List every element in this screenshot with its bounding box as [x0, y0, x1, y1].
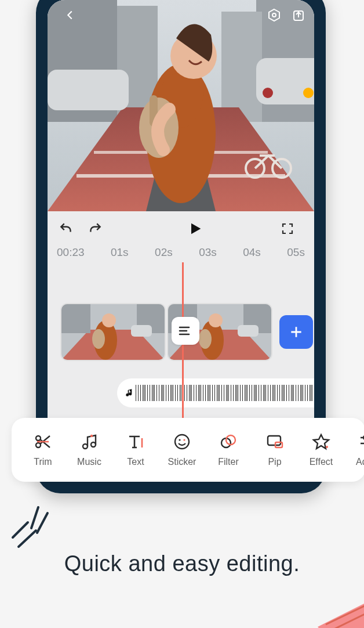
music-icon	[80, 432, 99, 451]
svg-point-38	[183, 439, 185, 441]
svg-point-35	[90, 435, 93, 437]
current-time: 00:23	[57, 246, 85, 259]
tool-label: Sticker	[168, 457, 196, 467]
star-icon	[312, 432, 330, 451]
svg-marker-20	[269, 9, 279, 21]
video-preview[interactable]	[48, 0, 314, 211]
svg-point-37	[179, 439, 180, 441]
sticker-icon	[173, 432, 191, 451]
tool-pip[interactable]: Pip	[252, 432, 298, 467]
undo-icon[interactable]	[57, 219, 75, 238]
ruler-mark: 01s	[111, 246, 129, 259]
tool-trim[interactable]: Trim	[20, 432, 66, 467]
ruler-mark: 05s	[287, 246, 305, 259]
tool-sticker[interactable]: Sticker	[159, 432, 205, 467]
svg-rect-11	[48, 70, 129, 110]
playhead[interactable]	[182, 262, 184, 445]
ruler-mark: 03s	[199, 246, 217, 259]
tagline: Quick and easy editing.	[0, 551, 364, 576]
tool-text[interactable]: Text	[112, 432, 159, 467]
music-note-icon	[124, 387, 136, 399]
tool-music[interactable]: Music	[66, 432, 112, 467]
tool-label: Text	[127, 457, 144, 467]
svg-rect-4	[221, 12, 262, 122]
preview-illustration	[48, 0, 314, 211]
svg-rect-41	[268, 436, 281, 445]
svg-line-49	[19, 530, 36, 547]
svg-line-48	[13, 522, 28, 537]
back-icon[interactable]	[61, 6, 79, 24]
app-screen: 00:23 01s 02s 03s 04s 05s	[48, 0, 314, 482]
scissors-icon	[34, 432, 52, 451]
transition-button[interactable]	[172, 317, 199, 345]
decorative-shape	[318, 569, 364, 628]
svg-line-47	[37, 513, 48, 533]
tool-label: Effect	[310, 457, 333, 467]
filter-icon	[219, 432, 238, 451]
edit-toolbar: Trim Music Text Sticker Filter Pip Eff	[12, 418, 364, 482]
settings-hex-icon[interactable]	[265, 6, 283, 24]
tool-adjust[interactable]: Adjus	[344, 432, 364, 467]
decorative-lines	[5, 505, 57, 557]
svg-point-14	[303, 88, 314, 98]
export-icon[interactable]	[290, 6, 307, 24]
clip-thumbnail[interactable]	[61, 304, 165, 360]
ruler-mark: 04s	[243, 246, 261, 259]
audio-track[interactable]	[117, 378, 314, 407]
svg-point-43	[326, 446, 328, 448]
time-ruler: 00:23 01s 02s 03s 04s 05s	[48, 241, 314, 259]
svg-line-46	[31, 507, 38, 528]
tool-label: Music	[77, 457, 101, 467]
tool-label: Pip	[268, 457, 281, 467]
svg-point-21	[272, 13, 276, 17]
tool-label: Trim	[34, 457, 52, 467]
playback-controls	[48, 211, 314, 241]
svg-point-13	[263, 88, 273, 98]
text-icon	[126, 432, 145, 451]
svg-point-36	[175, 435, 189, 449]
tool-label: Filter	[218, 457, 239, 467]
svg-rect-12	[256, 58, 314, 104]
sliders-icon	[358, 432, 364, 451]
play-icon[interactable]	[186, 219, 205, 238]
fullscreen-icon[interactable]	[281, 219, 294, 238]
add-clip-button[interactable]	[279, 315, 313, 349]
waveform	[136, 385, 314, 401]
ruler-mark: 02s	[155, 246, 173, 259]
tool-filter[interactable]: Filter	[205, 432, 252, 467]
redo-icon[interactable]	[86, 219, 104, 238]
tool-effect[interactable]: Effect	[298, 432, 344, 467]
tool-label: Adjus	[356, 457, 364, 467]
pip-icon	[265, 432, 284, 451]
